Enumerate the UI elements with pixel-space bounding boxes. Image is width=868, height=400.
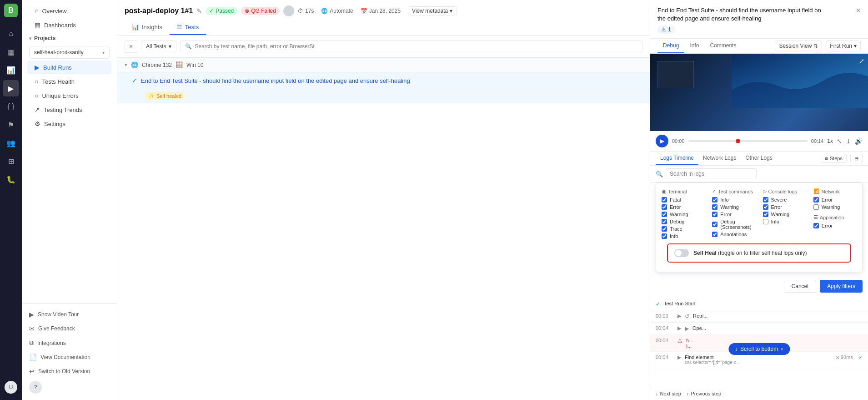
app-logo[interactable]: B xyxy=(4,4,18,17)
sidebar-icon-chart[interactable]: 📊 xyxy=(3,62,19,78)
sidebar-icon-users[interactable]: 👥 xyxy=(3,135,19,151)
cl-info-checkbox[interactable] xyxy=(763,219,768,224)
logs-tab-other[interactable]: Other Logs xyxy=(741,152,777,165)
filter-net-warning[interactable]: Warning xyxy=(813,203,857,211)
sidebar-icon-code[interactable]: { } xyxy=(3,98,19,115)
nav-item-unique-errors[interactable]: ○ Unique Errors xyxy=(27,89,111,102)
clear-button[interactable]: × xyxy=(125,40,137,53)
scroll-to-bottom-button[interactable]: ↓ Scroll to bottom × xyxy=(728,343,790,355)
nav-item-dashboards[interactable]: ▦ Dashboards xyxy=(27,18,111,32)
sidebar-icon-flag[interactable]: ⚑ xyxy=(3,116,19,133)
volume-icon[interactable]: 🔊 xyxy=(855,137,863,145)
filter-trace[interactable]: Trace xyxy=(662,225,705,233)
tab-tests[interactable]: ☰ Tests xyxy=(170,20,206,35)
panel-tab-comments[interactable]: Comments xyxy=(704,39,742,53)
nav-item-overview[interactable]: ⌂ Overview xyxy=(27,4,111,18)
cl-error-checkbox[interactable] xyxy=(763,204,768,210)
sidebar-icon-bug[interactable]: 🐛 xyxy=(3,171,19,187)
filter-tc-annotations[interactable]: Annotations xyxy=(712,231,755,238)
search-input-container[interactable]: 🔍 xyxy=(180,41,642,52)
search-input[interactable] xyxy=(195,43,637,50)
speed-button[interactable]: 1x xyxy=(827,138,833,144)
filter-select[interactable]: All Tests ▾ xyxy=(141,41,176,52)
sidebar-icon-home[interactable]: ⌂ xyxy=(3,25,19,42)
filter-info-terminal[interactable]: Info xyxy=(662,233,705,240)
logs-tab-network[interactable]: Network Logs xyxy=(698,152,741,165)
nav-item-tests-health[interactable]: ○ Tests Health xyxy=(27,75,111,88)
panel-tab-debug[interactable]: Debug xyxy=(657,39,684,53)
filter-fatal[interactable]: Fatal xyxy=(662,196,705,203)
steps-button[interactable]: ≡ Steps xyxy=(821,154,847,163)
warning-checkbox[interactable] xyxy=(662,212,667,217)
log-entry-start[interactable]: ✓ Test Run Start xyxy=(650,298,868,310)
cancel-button[interactable]: Cancel xyxy=(784,280,816,293)
nav-item-testing-trends[interactable]: ↗ Testing Trends xyxy=(27,103,111,116)
logs-tab-timeline[interactable]: Logs Timeline xyxy=(656,152,698,165)
apply-filters-button[interactable]: Apply filters xyxy=(820,280,863,293)
play-button[interactable]: ▶ xyxy=(656,135,668,147)
test-row[interactable]: ✓ End to End Test Suite - should find th… xyxy=(117,72,650,89)
scroll-close-icon[interactable]: × xyxy=(781,347,783,352)
tc-warning-checkbox[interactable] xyxy=(712,204,717,210)
log-retry-expand[interactable]: ▶ xyxy=(677,313,681,319)
filter-error[interactable]: Error xyxy=(662,203,705,211)
panel-tab-info[interactable]: Info xyxy=(684,39,704,53)
tc-error-checkbox[interactable] xyxy=(712,212,717,217)
trace-checkbox[interactable] xyxy=(662,226,667,232)
net-warning-checkbox[interactable] xyxy=(813,204,819,210)
sidebar-icon-builds[interactable]: ▶ xyxy=(3,80,19,96)
bottom-user-avatar[interactable]: ? xyxy=(29,381,42,394)
filter-warning[interactable]: Warning xyxy=(662,211,705,218)
tc-debug-screenshots-checkbox[interactable] xyxy=(712,222,717,227)
filter-tc-debug-screenshots[interactable]: Debug (Screenshots) xyxy=(712,218,755,231)
tc-annotations-checkbox[interactable] xyxy=(712,232,717,237)
next-step-link[interactable]: ↓ Next step xyxy=(656,391,681,396)
nav-item-give-feedback[interactable]: ✉ Give Feedback xyxy=(24,322,115,335)
log-entry-open[interactable]: 00:04 ▶ ▶ Ope... xyxy=(650,323,868,335)
prev-step-link[interactable]: ↑ Previous step xyxy=(687,391,721,396)
filter-tc-info[interactable]: Info xyxy=(712,196,755,203)
filter-button[interactable]: ⊟ xyxy=(850,154,863,163)
filter-tc-warning[interactable]: Warning xyxy=(712,203,755,211)
projects-section[interactable]: ▾ Projects xyxy=(25,32,113,44)
fatal-checkbox[interactable] xyxy=(662,197,667,203)
log-open-expand[interactable]: ▶ xyxy=(677,325,681,331)
cl-warning-checkbox[interactable] xyxy=(763,212,768,217)
nav-item-video-tour[interactable]: ▶ Show Video Tour xyxy=(24,308,115,321)
close-button[interactable]: × xyxy=(856,6,861,15)
nav-item-build-runs[interactable]: ▶ Build Runs xyxy=(27,61,111,74)
group-chevron-icon[interactable]: ▾ xyxy=(125,62,127,68)
log-entry-retry[interactable]: 00:03 ▶ ↺ Retri... xyxy=(650,310,868,323)
error-checkbox[interactable] xyxy=(662,204,667,210)
cl-severe-checkbox[interactable] xyxy=(763,197,768,203)
nav-item-settings[interactable]: ⚙ Settings xyxy=(27,117,111,131)
sidebar-icon-grid[interactable]: ⊞ xyxy=(3,153,19,169)
app-error-checkbox[interactable] xyxy=(813,223,819,228)
filter-cl-severe[interactable]: Severe xyxy=(763,196,806,203)
fullscreen-icon[interactable]: ⤡ xyxy=(837,137,842,145)
tab-insights[interactable]: 📊 Insights xyxy=(125,20,170,35)
filter-cl-error[interactable]: Error xyxy=(763,203,806,211)
edit-icon[interactable]: ✎ xyxy=(196,7,202,15)
first-run-select[interactable]: First Run ▾ xyxy=(826,41,861,51)
session-view-select[interactable]: Session View ⇅ xyxy=(775,41,822,51)
progress-bar[interactable] xyxy=(688,140,808,142)
debug-checkbox[interactable] xyxy=(662,219,667,224)
download-icon[interactable]: ⤓ xyxy=(846,137,851,145)
nav-item-integrations[interactable]: ⧉ Integrations xyxy=(24,336,115,350)
nav-item-documentation[interactable]: 📄 View Documentation xyxy=(24,350,115,364)
filter-cl-warning[interactable]: Warning xyxy=(763,211,806,218)
nav-item-old-version[interactable]: ↩ Switch to Old Version xyxy=(24,365,115,378)
info-terminal-checkbox[interactable] xyxy=(662,233,667,239)
video-expand-icon[interactable]: ⤢ xyxy=(859,57,864,65)
project-select[interactable]: self-heal-prod-sanity ▾ xyxy=(29,46,110,59)
self-heal-toggle[interactable] xyxy=(674,249,689,257)
filter-app-error[interactable]: Error xyxy=(813,222,857,229)
filter-net-error[interactable]: Error xyxy=(813,196,857,203)
sidebar-icon-dashboard[interactable]: ▦ xyxy=(3,44,19,60)
filter-tc-error[interactable]: Error xyxy=(712,211,755,218)
filter-debug[interactable]: Debug xyxy=(662,218,705,225)
logs-search-input[interactable] xyxy=(666,168,757,179)
tc-info-checkbox[interactable] xyxy=(712,197,717,203)
filter-cl-info[interactable]: Info xyxy=(763,218,806,225)
